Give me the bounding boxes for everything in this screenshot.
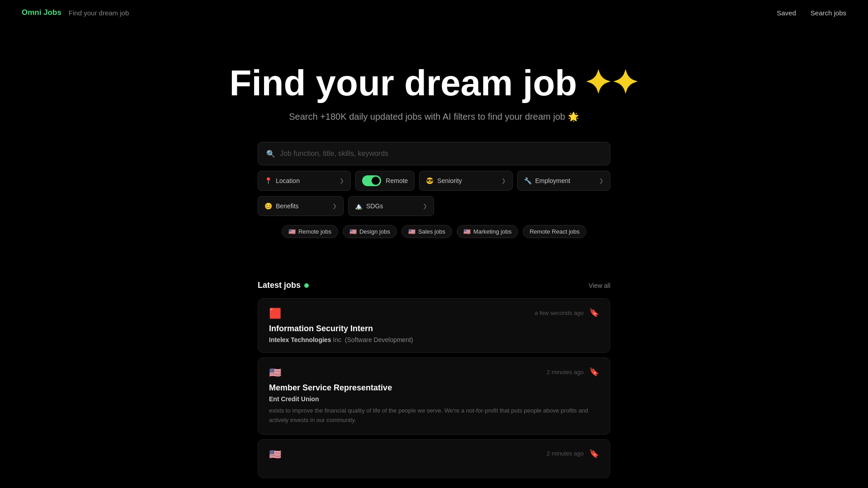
- job-card[interactable]: 🇺🇸 2 minutes ago 🔖 Member Service Repres…: [258, 357, 610, 435]
- bookmark-button[interactable]: 🔖: [589, 367, 599, 377]
- flag-icon: 🇺🇸: [288, 228, 296, 235]
- company-logo-area: 🇺🇸: [269, 367, 281, 379]
- quick-tag-label: Design jobs: [359, 228, 390, 235]
- chevron-right-icon: ❯: [501, 178, 506, 184]
- flag-icon: 🇺🇸: [408, 228, 415, 235]
- job-card-header: 🇺🇸 2 minutes ago 🔖: [269, 367, 599, 379]
- hero-section: Find your dream job ✦✦ Search +180K dail…: [0, 0, 868, 256]
- sparkle-icon: ✦✦: [584, 65, 638, 101]
- hero-subtitle: Search +180K daily updated jobs with AI …: [289, 111, 579, 122]
- filters-row-1: 📍 Location ❯ Remote 😎 Seniority ❯: [258, 171, 610, 191]
- job-card[interactable]: 🟥 a few seconds ago 🔖 Information Securi…: [258, 298, 610, 353]
- chevron-right-icon: ❯: [423, 203, 427, 209]
- bookmark-button[interactable]: 🔖: [589, 449, 599, 459]
- filter-sdgs[interactable]: 🏔️ SDGs ❯: [348, 196, 434, 216]
- quick-tag-sales[interactable]: 🇺🇸 Sales jobs: [401, 225, 452, 238]
- flag-icon: 🇺🇸: [349, 228, 357, 235]
- job-card[interactable]: 🇺🇸 2 minutes ago 🔖: [258, 439, 610, 478]
- job-title: Member Service Representative: [269, 383, 599, 393]
- quick-tag-remote[interactable]: 🇺🇸 Remote jobs: [282, 225, 338, 238]
- job-title: Information Security Intern: [269, 324, 599, 333]
- company-logo-icon: 🟥: [269, 308, 281, 319]
- job-card-meta: 2 minutes ago 🔖: [547, 449, 599, 459]
- filter-sdgs-label: SDGs: [366, 202, 383, 210]
- employment-icon: 🔧: [524, 177, 532, 184]
- job-card-meta: a few seconds ago 🔖: [535, 308, 599, 318]
- filter-employment[interactable]: 🔧 Employment ❯: [517, 171, 610, 191]
- quick-tag-label: Sales jobs: [418, 228, 445, 235]
- bookmark-button[interactable]: 🔖: [589, 308, 599, 318]
- nav-link-search-jobs[interactable]: Search jobs: [811, 9, 846, 17]
- quick-tag-design[interactable]: 🇺🇸 Design jobs: [343, 225, 397, 238]
- hero-title-text: Find your dream job: [230, 63, 577, 103]
- company-logo-area: 🇺🇸: [269, 449, 281, 460]
- flag-icon: 🇺🇸: [269, 367, 281, 379]
- search-box[interactable]: 🔍: [258, 142, 610, 165]
- filter-location-label: Location: [276, 177, 300, 184]
- search-icon: 🔍: [266, 150, 275, 158]
- remote-toggle[interactable]: Remote: [355, 171, 415, 191]
- quick-tags: 🇺🇸 Remote jobs 🇺🇸 Design jobs 🇺🇸 Sales j…: [258, 225, 610, 238]
- job-card-header: 🇺🇸 2 minutes ago 🔖: [269, 449, 599, 460]
- quick-tag-react[interactable]: Remote React jobs: [523, 225, 586, 238]
- quick-tag-label: Marketing jobs: [473, 228, 512, 235]
- latest-jobs-label: Latest jobs: [258, 281, 301, 290]
- chevron-right-icon: ❯: [332, 203, 337, 209]
- filter-employment-label: Employment: [535, 177, 571, 184]
- view-all-link[interactable]: View all: [589, 282, 610, 289]
- search-container: 🔍 📍 Location ❯ Remote 😎 S: [258, 142, 610, 238]
- job-card-meta: 2 minutes ago 🔖: [547, 367, 599, 377]
- location-icon: 📍: [264, 177, 272, 184]
- job-card-header: 🟥 a few seconds ago 🔖: [269, 308, 599, 319]
- toggle-switch[interactable]: [362, 175, 381, 186]
- job-time: 2 minutes ago: [547, 450, 584, 457]
- toggle-knob: [372, 177, 380, 185]
- nav-link-saved[interactable]: Saved: [777, 9, 796, 17]
- job-company: Intelex Technologies Inc (Software Devel…: [269, 336, 599, 343]
- quick-tag-marketing[interactable]: 🇺🇸 Marketing jobs: [457, 225, 519, 238]
- latest-jobs-section: Latest jobs View all 🟥 a few seconds ago…: [258, 281, 610, 488]
- filter-seniority[interactable]: 😎 Seniority ❯: [419, 171, 512, 191]
- chevron-right-icon: ❯: [340, 178, 344, 184]
- search-input[interactable]: [280, 150, 602, 158]
- hero-title: Find your dream job ✦✦: [230, 63, 639, 103]
- flag-icon: 🇺🇸: [463, 228, 471, 235]
- quick-tag-label: Remote jobs: [298, 228, 331, 235]
- nav-logo[interactable]: Omni Jobs: [22, 8, 61, 17]
- job-time: 2 minutes ago: [547, 369, 584, 375]
- nav-right: Saved Search jobs: [777, 9, 846, 17]
- nav-left: Omni Jobs Find your dream job: [22, 8, 129, 17]
- flag-icon: 🇺🇸: [269, 449, 281, 460]
- live-indicator: [304, 283, 309, 288]
- filters-row-2: 😊 Benefits ❯ 🏔️ SDGs ❯: [258, 196, 610, 216]
- company-logo-area: 🟥: [269, 308, 281, 319]
- benefits-icon: 😊: [264, 202, 272, 210]
- latest-title: Latest jobs: [258, 281, 309, 290]
- navbar: Omni Jobs Find your dream job Saved Sear…: [0, 0, 868, 25]
- job-description: exists to improve the financial quality …: [269, 406, 599, 425]
- filter-seniority-label: Seniority: [437, 177, 462, 184]
- quick-tag-label: Remote React jobs: [529, 228, 580, 235]
- job-time: a few seconds ago: [535, 310, 584, 316]
- sdgs-icon: 🏔️: [355, 202, 363, 210]
- seniority-icon: 😎: [426, 177, 434, 184]
- job-company: Ent Credit Union: [269, 395, 599, 403]
- filter-location[interactable]: 📍 Location ❯: [258, 171, 351, 191]
- filter-benefits[interactable]: 😊 Benefits ❯: [258, 196, 344, 216]
- chevron-right-icon: ❯: [599, 178, 604, 184]
- nav-tagline: Find your dream job: [69, 9, 129, 17]
- latest-header: Latest jobs View all: [258, 281, 610, 290]
- filter-benefits-label: Benefits: [276, 202, 299, 210]
- toggle-label: Remote: [386, 177, 408, 184]
